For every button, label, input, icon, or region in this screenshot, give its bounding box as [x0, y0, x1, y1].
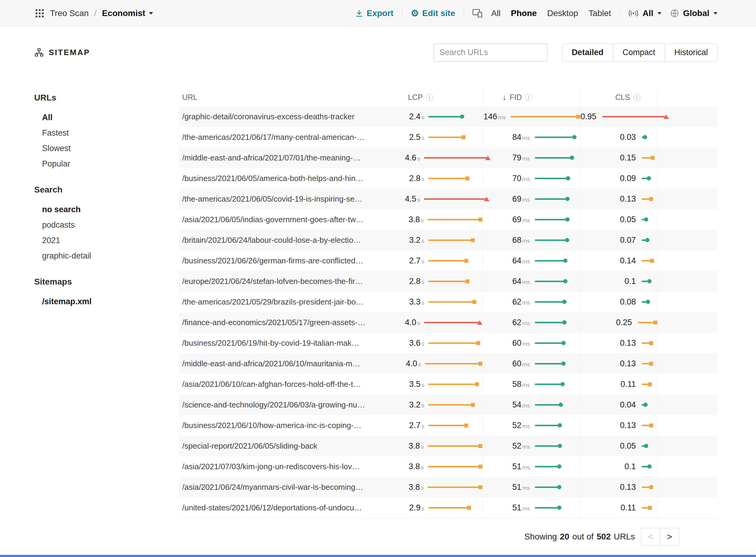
next-page-button[interactable]: > — [660, 528, 679, 545]
url-cell[interactable]: /europe/2021/06/24/stefan-lofven-becomes… — [179, 271, 405, 292]
table-row[interactable]: /science-and-technology/2021/06/03/a-gro… — [179, 394, 718, 415]
row-spacer — [657, 333, 718, 353]
column-header-fid[interactable]: ↓ FID i — [482, 88, 580, 106]
info-icon[interactable]: i — [426, 94, 433, 101]
url-cell[interactable]: /the-americas/2021/06/05/covid-19-is-ins… — [179, 188, 405, 209]
fid-bar — [535, 217, 570, 222]
lcp-cell: 2.4s — [405, 106, 482, 127]
table-row[interactable]: /asia/2021/06/24/myanmars-civil-war-is-b… — [179, 477, 718, 497]
apps-grid-icon[interactable] — [34, 8, 45, 19]
table-row[interactable]: /united-states/2021/06/12/deportations-o… — [179, 497, 718, 518]
info-icon[interactable]: i — [525, 94, 532, 101]
lcp-cell: 3.2s — [405, 394, 482, 415]
fid-bar — [535, 155, 574, 160]
sidebar-item-graphic-detail[interactable]: graphic-detail — [34, 248, 179, 264]
sidebar-item-all[interactable]: All — [34, 110, 179, 125]
sidebar-item-podcasts[interactable]: podcasts — [34, 217, 179, 233]
table-row[interactable]: /britain/2021/06/24/labour-could-lose-a-… — [179, 230, 718, 251]
sidebar-item--sitemap-xml[interactable]: /sitemap.xml — [34, 294, 179, 310]
edit-site-button[interactable]: ⚙ Edit site — [411, 8, 455, 18]
metric-unit: ms — [522, 423, 530, 429]
url-cell[interactable]: /finance-and-economics/2021/05/17/green-… — [179, 312, 405, 333]
lcp-value: 2.8s — [405, 174, 424, 183]
table-row[interactable]: /asia/2021/06/05/indias-government-goes-… — [179, 209, 718, 230]
lcp-cell: 2.7s — [405, 251, 482, 271]
url-cell[interactable]: /united-states/2021/06/12/deportations-o… — [179, 497, 405, 518]
device-tab-all[interactable]: All — [491, 8, 501, 18]
url-cell[interactable]: /britain/2021/06/24/labour-could-lose-a-… — [179, 230, 405, 251]
table-row[interactable]: /business/2021/06/26/german-firms-are-co… — [179, 251, 718, 271]
url-cell[interactable]: /middle-east-and-africa/2021/06/10/mauri… — [179, 353, 405, 374]
url-cell[interactable]: /business/2021/06/10/how-america-inc-is-… — [179, 415, 405, 436]
column-header-lcp[interactable]: LCP i — [405, 88, 482, 106]
table-row[interactable]: /the-americas/2021/05/29/brazils-preside… — [179, 292, 718, 312]
cls-value: 0.95 — [580, 112, 597, 121]
url-cell[interactable]: /asia/2021/06/10/can-afghan-forces-hold-… — [179, 374, 405, 394]
url-cell[interactable]: /business/2021/06/19/hit-by-covid-19-ita… — [179, 333, 405, 353]
device-tab-desktop[interactable]: Desktop — [547, 8, 578, 18]
fid-marker-circle — [558, 423, 562, 428]
fid-value: 69ms — [483, 194, 530, 204]
url-cell[interactable]: /the-americas/2021/05/29/brazils-preside… — [179, 292, 405, 312]
url-cell[interactable]: /science-and-technology/2021/06/03/a-gro… — [179, 394, 405, 415]
previous-page-button[interactable]: < — [641, 528, 660, 545]
table-row[interactable]: /special-report/2021/06/05/sliding-back3… — [179, 436, 718, 456]
fid-marker-circle — [562, 361, 566, 366]
app-name[interactable]: Treo Scan — [50, 8, 89, 18]
cls-value: 0.11 — [580, 503, 636, 512]
info-icon[interactable]: i — [633, 94, 640, 101]
view-tab-historical[interactable]: Historical — [665, 43, 718, 61]
divider — [619, 8, 620, 18]
url-cell[interactable]: /asia/2021/06/05/indias-government-goes-… — [179, 209, 405, 230]
fid-cell: 69ms — [482, 209, 580, 230]
view-tab-compact[interactable]: Compact — [613, 43, 665, 61]
metric-unit: ms — [522, 299, 530, 306]
table-row[interactable]: /business/2021/06/05/america-both-helps-… — [179, 168, 718, 188]
connection-selector[interactable]: All — [628, 8, 662, 18]
metric-unit: ms — [522, 464, 530, 470]
table-row[interactable]: /middle-east-and-africa/2021/07/01/the-m… — [179, 147, 718, 168]
cls-cell: 0.13 — [580, 188, 657, 209]
search-input[interactable] — [434, 43, 547, 61]
sidebar-heading: URLs — [34, 93, 179, 102]
device-tab-tablet[interactable]: Tablet — [588, 8, 611, 18]
url-cell[interactable]: /graphic-detail/coronavirus-excess-death… — [179, 106, 405, 127]
fid-value: 70ms — [483, 174, 530, 183]
lcp-cell: 3.3s — [405, 292, 482, 312]
showing-status: Showing 20 out of 502 URLs — [524, 532, 635, 541]
sidebar-item-2021[interactable]: 2021 — [34, 233, 179, 248]
column-header-cls[interactable]: CLS i — [580, 88, 657, 106]
url-cell[interactable]: /asia/2021/06/24/myanmars-civil-war-is-b… — [179, 477, 405, 497]
url-cell[interactable]: /special-report/2021/06/05/sliding-back — [179, 436, 405, 456]
lcp-cell: 3.8s — [405, 477, 482, 497]
sidebar-item-popular[interactable]: Popular — [34, 156, 179, 172]
view-tab-detailed[interactable]: Detailed — [562, 43, 613, 61]
table-row[interactable]: /business/2021/06/10/how-america-inc-is-… — [179, 415, 718, 436]
shown-count: 20 — [560, 532, 569, 541]
metric-unit: s — [418, 361, 421, 368]
sidebar-item-fastest[interactable]: Fastest — [34, 125, 179, 141]
sidebar-item-no-search[interactable]: no search — [34, 202, 179, 217]
table-row[interactable]: /the-americas/2021/06/17/many-central-am… — [179, 127, 718, 147]
table-row[interactable]: /europe/2021/06/24/stefan-lofven-becomes… — [179, 271, 718, 292]
url-cell[interactable]: /asia/2021/07/03/kim-jong-un-rediscovers… — [179, 456, 405, 477]
table-row[interactable]: /middle-east-and-africa/2021/06/10/mauri… — [179, 353, 718, 374]
site-selector[interactable]: Economist — [102, 8, 153, 18]
url-cell[interactable]: /the-americas/2021/06/17/many-central-am… — [179, 127, 405, 147]
region-selector[interactable]: Global — [670, 8, 718, 18]
table-row[interactable]: /business/2021/06/19/hit-by-covid-19-ita… — [179, 333, 718, 353]
column-header-url[interactable]: URL — [179, 88, 405, 106]
url-cell[interactable]: /middle-east-and-africa/2021/07/01/the-m… — [179, 147, 405, 168]
metric-unit: ms — [522, 361, 530, 368]
sidebar-item-slowest[interactable]: Slowest — [34, 141, 179, 156]
table-row[interactable]: /the-americas/2021/06/05/covid-19-is-ins… — [179, 188, 718, 209]
table-row[interactable]: /finance-and-economics/2021/05/17/green-… — [179, 312, 718, 333]
table-row[interactable]: /graphic-detail/coronavirus-excess-death… — [179, 106, 718, 127]
cls-cell: 0.05 — [580, 436, 657, 456]
url-cell[interactable]: /business/2021/06/05/america-both-helps-… — [179, 168, 405, 188]
device-tab-phone[interactable]: Phone — [511, 8, 537, 18]
table-row[interactable]: /asia/2021/06/10/can-afghan-forces-hold-… — [179, 374, 718, 394]
export-button[interactable]: Export — [355, 8, 393, 18]
table-row[interactable]: /asia/2021/07/03/kim-jong-un-rediscovers… — [179, 456, 718, 477]
url-cell[interactable]: /business/2021/06/26/german-firms-are-co… — [179, 251, 405, 271]
